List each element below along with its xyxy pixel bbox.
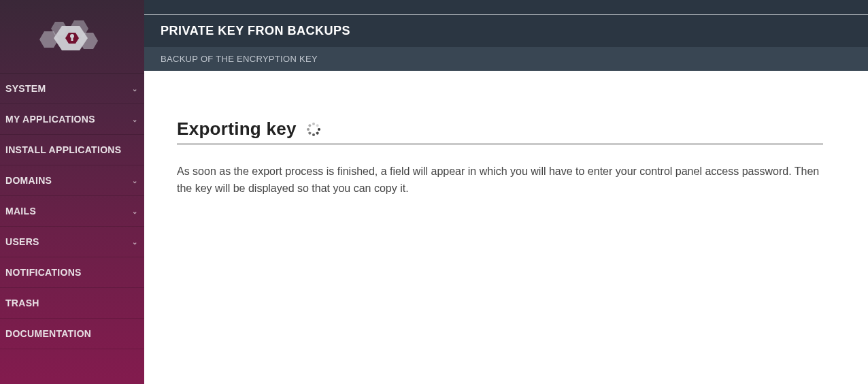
sidebar-item-label: MY APPLICATIONS	[5, 114, 95, 125]
chevron-down-icon: ⌄	[132, 85, 137, 93]
sidebar-item-label: DOMAINS	[5, 175, 52, 186]
sidebar: SYSTEM ⌄ MY APPLICATIONS ⌄ INSTALL APPLI…	[0, 0, 144, 384]
sidebar-item-label: INSTALL APPLICATIONS	[5, 144, 121, 155]
sidebar-item-label: NOTIFICATIONS	[5, 267, 82, 278]
sidebar-item-label: USERS	[5, 236, 39, 247]
page-subtitle-text: BACKUP OF THE ENCRYPTION KEY	[161, 54, 318, 64]
chevron-down-icon: ⌄	[132, 116, 137, 123]
top-bar	[144, 0, 868, 15]
page-title-text: PRIVATE KEY FRON BACKUPS	[161, 24, 350, 37]
content-heading-row: Exporting key	[177, 118, 823, 144]
chevron-down-icon: ⌄	[132, 177, 137, 185]
sidebar-item-notifications[interactable]: NOTIFICATIONS	[0, 257, 144, 288]
sidebar-item-trash[interactable]: TRASH	[0, 288, 144, 319]
chevron-down-icon: ⌄	[132, 208, 137, 215]
sidebar-item-mails[interactable]: MAILS ⌄	[0, 196, 144, 227]
sidebar-item-label: TRASH	[5, 298, 39, 308]
content-heading: Exporting key	[177, 118, 297, 140]
sidebar-item-install-applications[interactable]: INSTALL APPLICATIONS	[0, 135, 144, 165]
sidebar-item-label: SYSTEM	[5, 83, 46, 94]
svg-rect-7	[71, 36, 73, 41]
sidebar-item-domains[interactable]: DOMAINS ⌄	[0, 165, 144, 196]
chevron-down-icon: ⌄	[132, 238, 137, 246]
sidebar-nav: SYSTEM ⌄ MY APPLICATIONS ⌄ INSTALL APPLI…	[0, 74, 144, 349]
sidebar-item-label: MAILS	[5, 206, 36, 217]
page-title: PRIVATE KEY FRON BACKUPS	[144, 15, 868, 47]
logo-icon	[35, 16, 110, 57]
content-area: Exporting key As soon as the export proc…	[144, 71, 868, 218]
sidebar-item-documentation[interactable]: DOCUMENTATION	[0, 319, 144, 349]
content-body: As soon as the export process is finishe…	[177, 163, 823, 197]
sidebar-item-my-applications[interactable]: MY APPLICATIONS ⌄	[0, 104, 144, 135]
main-area: PRIVATE KEY FRON BACKUPS BACKUP OF THE E…	[144, 0, 868, 384]
logo-area	[0, 0, 144, 74]
spinner-icon	[306, 122, 321, 137]
sidebar-item-users[interactable]: USERS ⌄	[0, 227, 144, 257]
page-subtitle: BACKUP OF THE ENCRYPTION KEY	[144, 47, 868, 71]
sidebar-item-system[interactable]: SYSTEM ⌄	[0, 74, 144, 104]
sidebar-item-label: DOCUMENTATION	[5, 328, 91, 339]
